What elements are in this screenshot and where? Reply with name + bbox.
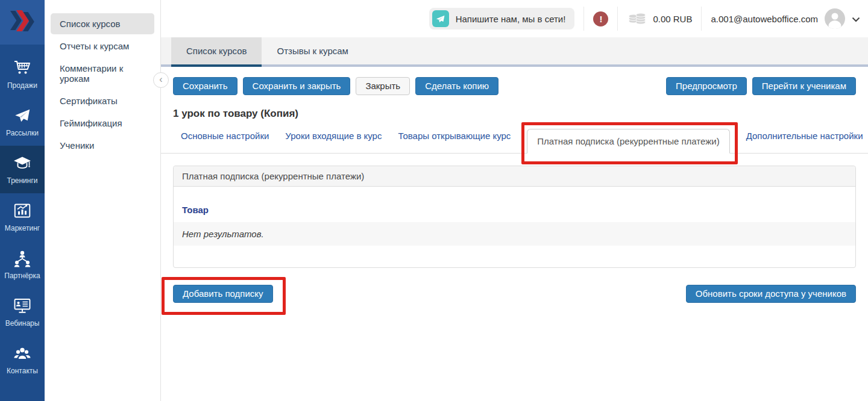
avatar bbox=[825, 8, 845, 29]
chat-plane-icon bbox=[432, 10, 449, 27]
subtab-basic-settings[interactable]: Основные настройки bbox=[181, 131, 269, 153]
sidebar-item-label: Рассылки bbox=[6, 129, 39, 137]
sidebar-item-lesson-comments[interactable]: Комментарии к урокам bbox=[51, 58, 154, 89]
subtab-paid-subscription-label: Платная подписка (рекуррентные платежи) bbox=[537, 136, 719, 146]
sidebar-item-affiliate[interactable]: Партнёрка bbox=[0, 241, 45, 288]
close-button[interactable]: Закрыть bbox=[356, 77, 410, 95]
make-copy-button[interactable]: Сделать копию bbox=[415, 77, 498, 95]
graduation-cap-icon bbox=[13, 154, 32, 172]
cart-icon bbox=[13, 59, 32, 77]
divider bbox=[583, 7, 584, 31]
sidebar-item-label: Маркетинг bbox=[5, 224, 40, 232]
tab-course-reviews[interactable]: Отзывы к курсам bbox=[262, 37, 363, 64]
sidebar-collapse-button[interactable]: ‹ bbox=[153, 72, 169, 88]
main-nav: Продажи Рассылки bbox=[0, 51, 45, 384]
sidebar-item-contacts[interactable]: Контакты bbox=[0, 336, 45, 384]
account-email: a.001@autoweboffice.com bbox=[711, 14, 818, 24]
section-tabs: Список курсов Отзывы к курсам bbox=[161, 37, 868, 67]
coins-icon bbox=[627, 10, 647, 28]
sidebar-item-course-reports[interactable]: Отчеты к курсам bbox=[51, 36, 154, 57]
balance-amount: 0.00 RUB bbox=[653, 14, 692, 24]
save-button[interactable]: Сохранить bbox=[173, 77, 237, 95]
chat-button-label: Напишите нам, мы в сети! bbox=[456, 14, 566, 24]
save-and-close-button[interactable]: Сохранить и закрыть bbox=[243, 77, 351, 95]
network-icon bbox=[12, 249, 33, 267]
main-content: Напишите нам, мы в сети! ! bbox=[161, 0, 868, 401]
app-window: Продажи Рассылки bbox=[0, 0, 868, 401]
sidebar-item-students[interactable]: Ученики bbox=[51, 135, 154, 156]
go-to-students-button[interactable]: Перейти к ученикам bbox=[752, 77, 856, 95]
warning-badge[interactable]: ! bbox=[593, 11, 608, 26]
webinar-icon bbox=[13, 297, 32, 315]
column-header-product: Товар bbox=[174, 200, 855, 220]
account-balance[interactable]: 0.00 RUB bbox=[627, 10, 692, 28]
add-subscription-button[interactable]: Добавить подписку bbox=[173, 285, 273, 303]
toolbar: Сохранить Сохранить и закрыть Закрыть Сд… bbox=[173, 77, 856, 95]
bottom-actions: Добавить подписку Обновить сроки доступа… bbox=[173, 285, 856, 303]
sidebar-item-label: Контакты bbox=[7, 367, 38, 375]
sidebar-item-sales[interactable]: Продажи bbox=[0, 51, 45, 98]
topbar: Напишите нам, мы в сети! ! bbox=[161, 0, 868, 37]
toolbar-right-group: Предпросмотр Перейти к ученикам bbox=[666, 77, 856, 95]
sidebar-item-mailings[interactable]: Рассылки bbox=[0, 98, 45, 146]
people-icon bbox=[12, 344, 33, 362]
paper-plane-icon bbox=[13, 107, 31, 125]
sidebar-item-gamification[interactable]: Геймификация bbox=[51, 113, 154, 134]
chevrons-logo-icon bbox=[8, 10, 36, 34]
sidebar-item-trainings[interactable]: Тренинги bbox=[0, 146, 45, 193]
preview-button[interactable]: Предпросмотр bbox=[666, 77, 747, 95]
tab-course-list[interactable]: Список курсов bbox=[171, 37, 262, 64]
chat-button[interactable]: Напишите нам, мы в сети! bbox=[429, 8, 575, 30]
toolbar-left-group: Сохранить Сохранить и закрыть Закрыть Сд… bbox=[173, 77, 498, 95]
chevron-down-icon bbox=[852, 14, 860, 24]
sidebar-item-certificates[interactable]: Сертификаты bbox=[51, 90, 154, 111]
subtab-paid-subscription[interactable]: Платная подписка (рекуррентные платежи) bbox=[527, 129, 729, 154]
sidebar-item-marketing[interactable]: Маркетинг bbox=[0, 193, 45, 241]
secondary-sidebar: Список курсов Отчеты к курсам Комментари… bbox=[45, 0, 161, 401]
sidebar-item-label: Партнёрка bbox=[4, 272, 40, 280]
exclamation-icon: ! bbox=[599, 14, 602, 24]
course-subtabs: Основные настройки Уроки входящие в курс… bbox=[161, 129, 868, 154]
add-subscription-wrap: Добавить подписку bbox=[173, 285, 273, 303]
empty-results-row: Нет результатов. bbox=[174, 222, 855, 246]
update-access-button[interactable]: Обновить сроки доступа у учеников bbox=[686, 285, 856, 303]
sidebar-item-label: Тренинги bbox=[7, 176, 37, 185]
bar-chart-icon bbox=[13, 202, 32, 220]
subtab-products-opening-course[interactable]: Товары открывающие курс bbox=[398, 131, 511, 153]
subscription-panel: Платная подписка (рекуррентные платежи) … bbox=[173, 166, 856, 268]
sidebar-item-webinars[interactable]: Вебинары bbox=[0, 288, 45, 336]
panel-body: Товар Нет результатов. bbox=[174, 187, 855, 267]
sidebar-item-course-list[interactable]: Список курсов bbox=[51, 13, 154, 34]
subtab-lessons-in-course[interactable]: Уроки входящие в курс bbox=[285, 131, 382, 153]
account-menu[interactable]: a.001@autoweboffice.com bbox=[711, 8, 860, 29]
subtab-additional-settings[interactable]: Дополнительные настройки bbox=[746, 131, 863, 153]
sidebar-item-label: Вебинары bbox=[5, 319, 40, 328]
app-logo[interactable] bbox=[0, 0, 45, 45]
divider bbox=[701, 7, 702, 31]
divider bbox=[617, 7, 618, 31]
page-title: 1 урок по товару (Копия) bbox=[173, 108, 856, 120]
panel-header: Платная подписка (рекуррентные платежи) bbox=[174, 166, 855, 187]
main-sidebar: Продажи Рассылки bbox=[0, 0, 45, 401]
sidebar-item-label: Продажи bbox=[7, 81, 37, 90]
chevron-left-icon: ‹ bbox=[159, 74, 162, 84]
